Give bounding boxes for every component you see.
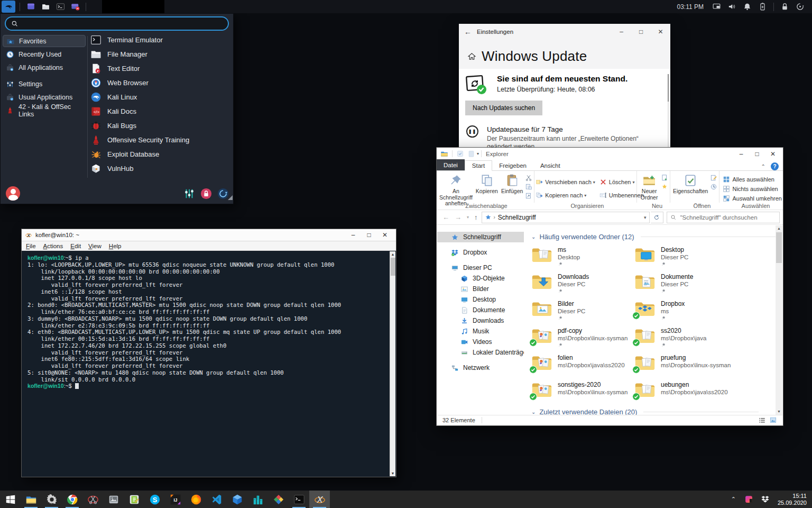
- select-all-button[interactable]: Alles auswählen: [723, 176, 782, 183]
- category-42-kali-offsec-links[interactable]: 42 - Kali & OffSec Links: [3, 104, 86, 116]
- check-updates-button[interactable]: Nach Updates suchen: [465, 101, 542, 115]
- launcher-file-manager[interactable]: [39, 1, 52, 12]
- section-recent-files[interactable]: ⌄ Zuletzt verwendete Dateien (20): [531, 408, 764, 415]
- logout-button[interactable]: [217, 188, 229, 199]
- sidebar-item-lokaler-datentr-ger-c-[interactable]: Lokaler Datenträger (C:): [437, 347, 524, 358]
- taskbar-clock[interactable]: 15:11 25.09.2020: [778, 493, 809, 506]
- tab-freigeben[interactable]: Freigeben: [492, 161, 533, 170]
- copy-button[interactable]: Kopieren: [474, 173, 500, 202]
- edit-icon[interactable]: [710, 174, 717, 182]
- menu-settings-button[interactable]: [183, 188, 195, 199]
- user-avatar[interactable]: [6, 186, 20, 201]
- maximize-button[interactable]: □: [749, 149, 765, 159]
- minimize-button[interactable]: –: [733, 149, 749, 159]
- volume-icon[interactable]: [727, 2, 736, 11]
- tab-start[interactable]: Start: [465, 160, 492, 171]
- maximize-button[interactable]: □: [631, 25, 651, 39]
- taskbar-notepad-plus-plus[interactable]: [124, 491, 144, 508]
- terminal-output[interactable]: kofler@win10:~$ ip a1: lo: <LOOPBACK,UP,…: [22, 251, 390, 476]
- close-button[interactable]: ✕: [765, 149, 781, 159]
- paste-button[interactable]: Einfügen: [500, 173, 524, 202]
- dropbox-white-icon[interactable]: [761, 495, 770, 504]
- nav-history-icon[interactable]: ▾: [467, 215, 469, 220]
- sidebar-item-schnellzugriff[interactable]: Schnellzugriff: [437, 232, 524, 242]
- taskbar-start[interactable]: [0, 491, 21, 508]
- nav-back-icon[interactable]: ←: [442, 213, 449, 221]
- menu-app-exploit-database[interactable]: Exploit Database: [90, 147, 231, 161]
- folder-tile[interactable]: uebungenms\Dropbox\java\ss2020: [634, 381, 737, 408]
- folder-tile[interactable]: folienms\Dropbox\java\ss2020: [531, 354, 634, 381]
- taskbar-virtualbox[interactable]: [227, 491, 247, 508]
- settings-scrollbar[interactable]: [668, 74, 669, 148]
- sidebar-item-musik[interactable]: Musik: [437, 326, 524, 337]
- category-recently-used[interactable]: Recently Used: [3, 48, 86, 60]
- sidebar-item-dokumente[interactable]: Dokumente: [437, 305, 524, 315]
- address-dropdown-icon[interactable]: ▾: [644, 215, 647, 220]
- cut-icon[interactable]: [525, 174, 532, 182]
- tab-datei[interactable]: Datei: [437, 159, 465, 170]
- new-folder-button[interactable]: Neuer Ordner: [638, 173, 660, 202]
- quick-newfolder-icon[interactable]: [467, 150, 475, 158]
- sidebar-item-bilder[interactable]: Bilder: [437, 284, 524, 294]
- folder-tile[interactable]: sonstiges-2020ms\Dropbox\linux-sysman: [531, 381, 634, 408]
- folder-tile[interactable]: DownloadsDieser PC: [531, 273, 634, 300]
- minimize-button[interactable]: –: [345, 230, 361, 240]
- minimize-button[interactable]: –: [612, 25, 631, 39]
- scroll-down-icon[interactable]: ▼: [390, 470, 395, 476]
- search-input[interactable]: [679, 214, 776, 221]
- menu-app-web-browser[interactable]: Web Browser: [90, 76, 231, 90]
- terminal-titlebar[interactable]: X kofler@win10: ~ – □ ✕: [22, 229, 396, 241]
- sidebar-item-netzwerk[interactable]: Netzwerk: [437, 362, 524, 373]
- quick-properties-icon[interactable]: [456, 150, 464, 158]
- address-bar[interactable]: › Schnellzugriff ▾: [482, 212, 650, 223]
- taskbar-settings[interactable]: [41, 491, 62, 508]
- scroll-thumb[interactable]: [391, 258, 395, 276]
- taskbar-file-explorer[interactable]: [21, 491, 41, 508]
- help-icon[interactable]: ?: [771, 162, 779, 170]
- menu-app-kali-linux[interactable]: Kali Linux: [90, 90, 231, 104]
- back-button[interactable]: ←: [459, 28, 477, 36]
- taskbar-snipping-tool[interactable]: [82, 491, 103, 508]
- terminal-menu-actions[interactable]: Actions: [43, 243, 63, 249]
- tray-chevron-icon[interactable]: ⌃: [731, 496, 736, 503]
- folder-tile[interactable]: ss2020ms\Dropbox\java: [634, 327, 737, 354]
- terminal-scrollbar[interactable]: ▲ ▼: [390, 251, 395, 476]
- taskbar-skype[interactable]: S: [144, 491, 165, 508]
- move-to-button[interactable]: Verschieben nach▾: [536, 178, 595, 186]
- search-box[interactable]: [667, 212, 780, 223]
- panel-tasklist-item[interactable]: [102, 0, 164, 13]
- power-icon[interactable]: [796, 2, 805, 11]
- maximize-button[interactable]: □: [361, 230, 377, 240]
- pin-to-quickaccess-button[interactable]: An Schnellzugriff anheften: [438, 173, 474, 202]
- taskbar-vscode[interactable]: [206, 491, 227, 508]
- menu-app-offensive-security-training[interactable]: Offensive Security Training: [90, 133, 231, 147]
- refresh-button[interactable]: [651, 212, 663, 223]
- display-icon[interactable]: [712, 2, 721, 11]
- bell-icon[interactable]: [743, 2, 752, 11]
- category-usual-applications[interactable]: Usual Applications: [3, 91, 86, 103]
- folder-tile[interactable]: DesktopDieser PC: [634, 246, 737, 273]
- lock-icon[interactable]: [780, 2, 789, 11]
- quick-access-toolbar-dropdown[interactable]: ▾: [477, 151, 479, 156]
- taskbar-chrome[interactable]: [62, 491, 82, 508]
- large-icons-view-icon[interactable]: [769, 416, 777, 424]
- category-settings[interactable]: Settings: [3, 78, 86, 90]
- folder-tile[interactable]: pdf-copyms\Dropbox\linux-sysman: [531, 327, 634, 354]
- details-view-icon[interactable]: [758, 416, 766, 424]
- sidebar-item-3d-objekte[interactable]: 3D-Objekte: [437, 273, 524, 284]
- folder-tile[interactable]: Dropboxms: [634, 300, 737, 327]
- taskbar-intellij-idea[interactable]: IJ: [165, 491, 186, 508]
- sidebar-item-desktop[interactable]: Desktop: [437, 294, 524, 305]
- folder-tile[interactable]: DokumenteDieser PC: [634, 273, 737, 300]
- folder-tile[interactable]: msDesktop: [531, 246, 634, 273]
- menu-app-terminal-emulator[interactable]: Terminal Emulator: [90, 33, 231, 47]
- menu-app-vulnhub[interactable]: VulnHub: [90, 161, 231, 176]
- close-button[interactable]: ✕: [651, 25, 670, 39]
- search-input[interactable]: [23, 19, 223, 28]
- menu-app-kali-bugs[interactable]: Kali Bugs: [90, 119, 231, 133]
- launcher-terminal[interactable]: [54, 1, 67, 12]
- nav-forward-icon[interactable]: →: [455, 213, 462, 221]
- launcher-screen-tool[interactable]: [69, 1, 81, 12]
- tab-ansicht[interactable]: Ansicht: [533, 161, 567, 170]
- properties-button[interactable]: Eigenschaften: [671, 173, 710, 202]
